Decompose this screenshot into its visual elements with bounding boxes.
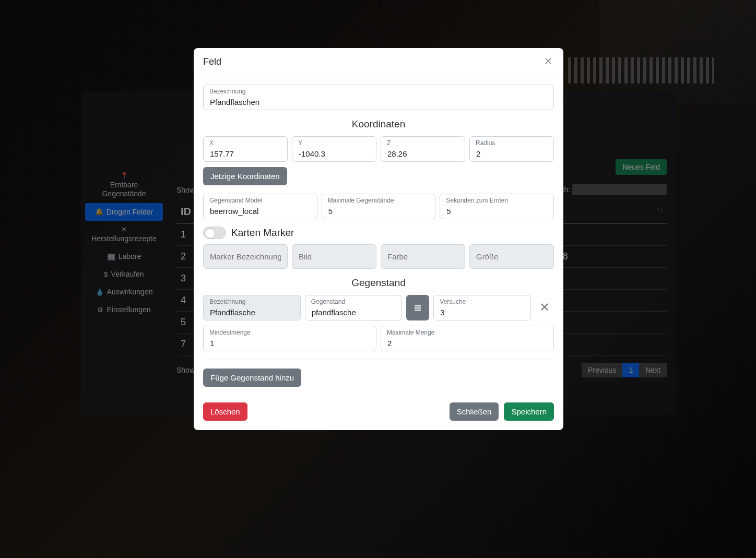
list-icon <box>414 304 422 312</box>
min-amount-label: Mindestmenge <box>209 329 251 336</box>
close-icon <box>540 303 549 311</box>
save-button[interactable]: Speichern <box>504 402 554 421</box>
radius-label: Radius <box>476 139 495 147</box>
current-coords-button[interactable]: Jetzige Koordinaten <box>203 167 287 185</box>
marker-color-input <box>381 244 465 269</box>
modal-close-button[interactable] <box>542 55 554 68</box>
bezeichnung-label: Bezeichnung <box>209 88 245 95</box>
feld-modal: Feld Bezeichnung Koordinaten X Y Z <box>194 48 563 430</box>
modal-header: Feld <box>194 48 563 76</box>
z-label: Z <box>387 139 391 147</box>
item-code-label: Gegenstand <box>311 298 345 305</box>
z-input[interactable] <box>381 136 465 162</box>
delete-button[interactable]: Löschen <box>203 402 247 421</box>
modal-title: Feld <box>203 56 221 67</box>
marker-size-input <box>469 244 554 269</box>
max-amount-label: Maximale Menge <box>387 329 434 336</box>
y-input[interactable] <box>292 136 376 162</box>
gegenstand-title: Gegenstand <box>203 277 554 289</box>
x-input[interactable] <box>203 136 288 162</box>
marker-toggle-label: Karten Marker <box>231 227 294 239</box>
add-item-button[interactable]: Füge Gegenstand hinzu <box>203 369 301 387</box>
remove-item-button[interactable] <box>535 295 554 320</box>
koordinaten-title: Koordinaten <box>203 118 554 130</box>
x-label: X <box>209 139 214 147</box>
item-list-button[interactable] <box>406 295 429 320</box>
bezeichnung-input[interactable] <box>203 85 554 110</box>
marker-toggle[interactable] <box>203 227 226 239</box>
divider <box>203 360 554 360</box>
max-items-label: Maximale Gegenstände <box>328 197 394 204</box>
marker-name-input <box>203 244 288 269</box>
y-label: Y <box>298 139 302 147</box>
close-icon <box>545 57 552 65</box>
marker-image-input <box>292 244 376 269</box>
attempts-label: Versuche <box>440 298 466 305</box>
close-button[interactable]: Schließen <box>450 402 499 421</box>
item-name-label: Bezeichnung <box>209 298 245 305</box>
seconds-label: Sekunden zum Ernten <box>446 197 508 204</box>
model-label: Gegenstand Model <box>209 197 262 204</box>
